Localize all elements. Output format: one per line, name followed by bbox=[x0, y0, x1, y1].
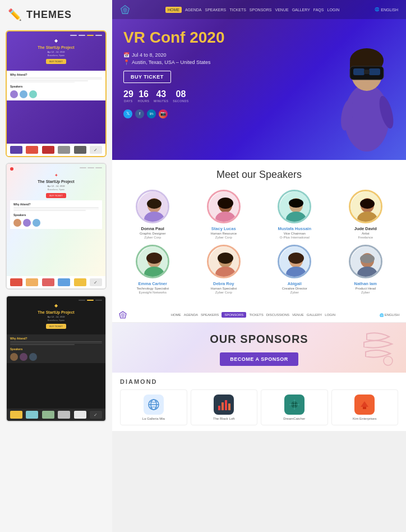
svg-rect-10 bbox=[364, 70, 370, 74]
days-label: DAYS bbox=[123, 99, 133, 103]
swatch-darkgray[interactable] bbox=[74, 146, 86, 154]
swatch-gold[interactable] bbox=[10, 411, 22, 419]
svg-point-47 bbox=[384, 356, 393, 365]
snav-agenda[interactable]: AGENDA bbox=[184, 313, 198, 317]
snav-login[interactable]: LOGIN bbox=[325, 313, 335, 317]
sponsor-icon-1 bbox=[214, 395, 234, 415]
theme-card-2[interactable]: ✦ The StartUp Project Apr 12 - 14, 2019 … bbox=[6, 163, 107, 290]
nav-venue[interactable]: VENUE bbox=[275, 8, 289, 12]
hero-date: Jul 4 to 8, 2020 bbox=[132, 52, 167, 58]
swatch-red2[interactable] bbox=[10, 278, 22, 286]
theme-1-preview: ◆ The StartUp Project Apr 12 - 14, 2019 … bbox=[7, 31, 105, 144]
theme-card-3[interactable]: ◆ The StartUp Project Apr 12 - 14, 2019 … bbox=[6, 295, 107, 422]
sponsors-lang[interactable]: 🌐 ENGLISH bbox=[380, 313, 399, 317]
swatch-darkred[interactable] bbox=[42, 146, 54, 154]
theme-3-preview: ◆ The StartUp Project Apr 12 - 14, 2019 … bbox=[7, 296, 105, 409]
nav-login[interactable]: LOGIN bbox=[327, 8, 340, 12]
speaker-avatar bbox=[10, 353, 18, 361]
swatch-purple[interactable] bbox=[10, 146, 22, 154]
nav-speakers[interactable]: SPEAKERS bbox=[205, 8, 227, 12]
swatch-blue[interactable] bbox=[58, 278, 70, 286]
text-line bbox=[10, 77, 102, 79]
nav-dot bbox=[79, 35, 85, 36]
swatch-gray[interactable] bbox=[58, 146, 70, 154]
sponsor-icon-2 bbox=[284, 395, 304, 415]
svg-marker-46 bbox=[121, 313, 125, 318]
snav-sponsors[interactable]: SPONSORS bbox=[222, 312, 246, 318]
countdown-hours: 16 HOURS bbox=[138, 90, 150, 103]
speaker-photo-1 bbox=[207, 190, 241, 223]
instagram-icon[interactable]: 📷 bbox=[159, 109, 168, 118]
nav-agenda[interactable]: AGENDA bbox=[185, 8, 202, 12]
svg-rect-54 bbox=[228, 403, 230, 410]
nav-gallery[interactable]: GALLERY bbox=[292, 8, 310, 12]
nav-lang[interactable]: 🌐 ENGLISH bbox=[375, 7, 398, 12]
speaker-role-2: Vice Chairman bbox=[262, 232, 327, 235]
speaker-item-1: Stacy Lucas Human Resource Zyber Corp bbox=[191, 190, 257, 239]
linkedin-icon[interactable]: in bbox=[147, 109, 156, 118]
swatch-orange[interactable] bbox=[26, 278, 38, 286]
swatch-green[interactable] bbox=[42, 411, 54, 419]
speaker-avatar bbox=[33, 219, 40, 227]
text-line bbox=[13, 210, 86, 211]
speaker-photo-0 bbox=[136, 190, 169, 223]
theme-3-buy-btn[interactable]: BUY TICKET bbox=[46, 324, 66, 329]
swatch-red[interactable] bbox=[26, 146, 38, 154]
speaker-name-4: Emma Cartner bbox=[120, 281, 186, 286]
speaker-company-7: Zyber bbox=[333, 291, 399, 294]
nav-dot bbox=[70, 35, 77, 36]
sponsor-logo-2[interactable]: DreamCatcher bbox=[261, 389, 328, 425]
text-line bbox=[13, 207, 99, 208]
sponsor-logo-3[interactable]: Kim Enterprises bbox=[331, 389, 399, 425]
snav-tickets[interactable]: TICKETS bbox=[249, 313, 263, 317]
nav-tickets[interactable]: TICKETS bbox=[229, 8, 246, 12]
buy-ticket-button[interactable]: BUY TICKET bbox=[123, 71, 171, 83]
speaker-item-3: Jude David Artist Freelance bbox=[333, 190, 399, 239]
theme-card-1[interactable]: ◆ The StartUp Project Apr 12 - 14, 2019 … bbox=[6, 30, 107, 157]
location-icon: 📍 bbox=[123, 59, 130, 65]
speaker-name-2: Mustafa Hussain bbox=[262, 226, 327, 231]
twitter-icon[interactable]: 𝕏 bbox=[123, 109, 132, 118]
sponsor-logo-0[interactable]: La Galleria Mia bbox=[120, 389, 187, 425]
brush-icon: ✏️ bbox=[8, 8, 22, 21]
speaker-item-5: Debra Roy Human Specialist Zyber Corp bbox=[191, 245, 257, 294]
swatch-check-3[interactable]: ✓ bbox=[90, 411, 102, 419]
swatch-white[interactable] bbox=[74, 411, 86, 419]
theme-2-title: The StartUp Project bbox=[10, 180, 102, 184]
text-line bbox=[10, 344, 75, 345]
speakers-row-2 bbox=[13, 219, 99, 227]
sponsors-title: OUR SPONSORS bbox=[123, 333, 395, 346]
theme-1-swatches: ✓ bbox=[7, 144, 105, 156]
text-line bbox=[10, 343, 102, 344]
speaker-company-4: Eyesight Networks bbox=[120, 291, 186, 294]
sponsor-logo-1[interactable]: The Black Loft bbox=[191, 389, 258, 425]
swatch-cyan[interactable] bbox=[26, 411, 38, 419]
theme-2-buy-btn[interactable]: BUY TICKET bbox=[46, 193, 66, 198]
swatch-check-2[interactable]: ✓ bbox=[90, 278, 102, 286]
swatch-salmon[interactable] bbox=[42, 278, 54, 286]
snav-speakers[interactable]: SPEAKERS bbox=[201, 313, 219, 317]
theme-1-section-title: Why Attend? bbox=[10, 73, 102, 76]
calendar-icon: 📅 bbox=[123, 52, 130, 58]
speakers-grid: Donna Paul Graphic Designer Zyber Corp S… bbox=[120, 190, 398, 294]
swatch-silver[interactable] bbox=[58, 411, 70, 419]
swatch-check-1[interactable]: ✓ bbox=[90, 146, 102, 154]
snav-home[interactable]: HOME bbox=[171, 313, 181, 317]
sponsor-name-0: La Galleria Mia bbox=[123, 417, 184, 420]
nav-links: HOME AGENDA SPEAKERS TICKETS SPONSORS VE… bbox=[165, 7, 339, 13]
nav-sponsors[interactable]: SPONSORS bbox=[250, 8, 272, 12]
theme-1-location: Barcelona, Spain bbox=[10, 54, 102, 57]
nav-home[interactable]: HOME bbox=[165, 7, 182, 13]
snav-discussions[interactable]: DISCUSSIONS bbox=[266, 313, 289, 317]
swatch-yellow[interactable] bbox=[74, 278, 86, 286]
speaker-name-7: Nathan Iam bbox=[333, 281, 399, 286]
snav-venue[interactable]: VENUE bbox=[292, 313, 304, 317]
facebook-icon[interactable]: f bbox=[135, 109, 144, 118]
nav-faqs[interactable]: FAQS bbox=[313, 8, 324, 12]
sponsor-name-1: The Black Loft bbox=[193, 417, 255, 420]
become-sponsor-button[interactable]: BECOME A SPONSOR bbox=[220, 352, 298, 366]
snav-gallery[interactable]: GALLERY bbox=[307, 313, 322, 317]
theme-1-buy-btn[interactable]: BUY TICKET bbox=[46, 59, 66, 64]
globe-icon-sponsors: 🌐 bbox=[380, 313, 384, 317]
speaker-avatar bbox=[29, 90, 37, 98]
